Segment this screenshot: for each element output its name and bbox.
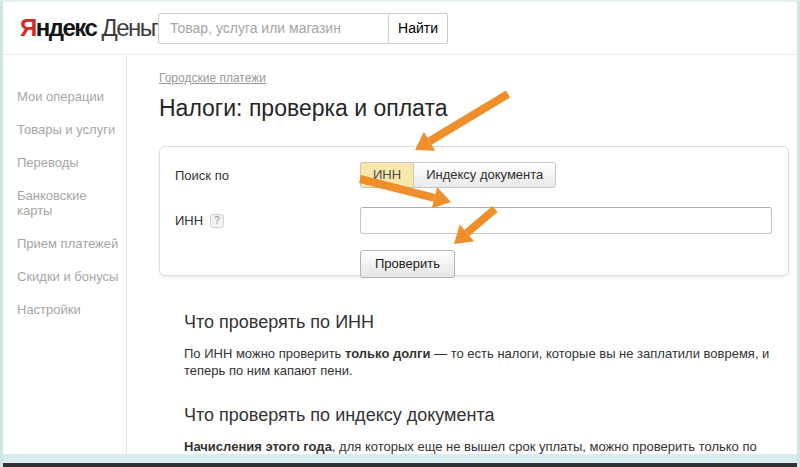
check-button[interactable]: Проверить <box>360 250 455 278</box>
site-search: Найти <box>158 13 448 44</box>
search-button[interactable]: Найти <box>388 13 448 44</box>
inn-row: ИНН ? <box>175 207 773 234</box>
section-heading-document-index: Что проверять по индексу документа <box>184 405 782 426</box>
sidebar-item-transfers[interactable]: Переводы <box>3 146 126 179</box>
sidebar-item-my-operations[interactable]: Мои операции <box>3 80 126 113</box>
section-heading-inn: Что проверять по ИНН <box>184 312 782 333</box>
info-sections: Что проверять по ИНН По ИНН можно провер… <box>184 312 782 467</box>
breadcrumb-city-payments[interactable]: Городские платежи <box>159 71 266 85</box>
logo-yandex-rest: ндекс <box>36 14 97 41</box>
help-icon[interactable]: ? <box>210 214 224 228</box>
body-text-bold: Начисления этого года <box>184 439 332 454</box>
yandex-money-page: ЯндексДеньги Найти Мои операции Товары и… <box>0 0 800 467</box>
yandex-money-logo[interactable]: ЯндексДеньги <box>20 14 152 42</box>
sidebar-item-accept-payments[interactable]: Прием платежей <box>3 227 126 260</box>
sidebar-item-settings[interactable]: Настройки <box>3 293 126 326</box>
search-by-row: Поиск по ИНН Индексу документа <box>175 162 773 188</box>
inn-label-text: ИНН <box>175 213 203 228</box>
body-row: Мои операции Товары и услуги Переводы Ба… <box>3 55 797 453</box>
inn-label: ИНН ? <box>175 213 360 228</box>
sidebar: Мои операции Товары и услуги Переводы Ба… <box>3 55 127 453</box>
submit-row: Проверить <box>175 250 773 278</box>
toggle-document-index[interactable]: Индексу документа <box>413 162 556 188</box>
sidebar-item-discounts-bonuses[interactable]: Скидки и бонусы <box>3 260 126 293</box>
bottom-strip-teal <box>3 454 797 463</box>
search-type-toggle: ИНН Индексу документа <box>360 162 556 188</box>
search-by-label: Поиск по <box>175 168 360 183</box>
bottom-strip-dark <box>3 463 797 467</box>
toggle-inn[interactable]: ИНН <box>360 162 413 188</box>
body-text-bold: только долги <box>345 346 430 361</box>
section-check-by-inn: Что проверять по ИНН По ИНН можно провер… <box>184 312 782 379</box>
body-text: По ИНН можно проверить <box>184 346 345 361</box>
header: ЯндексДеньги Найти <box>3 2 797 55</box>
tax-search-form: Поиск по ИНН Индексу документа ИНН ? Про <box>159 146 789 276</box>
main-content: Городские платежи Налоги: проверка и опл… <box>127 55 797 453</box>
sidebar-item-goods-services[interactable]: Товары и услуги <box>3 113 126 146</box>
inn-input[interactable] <box>360 207 772 234</box>
section-body-inn: По ИНН можно проверить только долги — то… <box>184 345 782 379</box>
page-title: Налоги: проверка и оплата <box>159 95 793 122</box>
logo-ya-letter: Я <box>20 14 36 41</box>
sidebar-item-bank-cards[interactable]: Банковские карты <box>3 179 126 227</box>
search-input[interactable] <box>158 13 389 44</box>
